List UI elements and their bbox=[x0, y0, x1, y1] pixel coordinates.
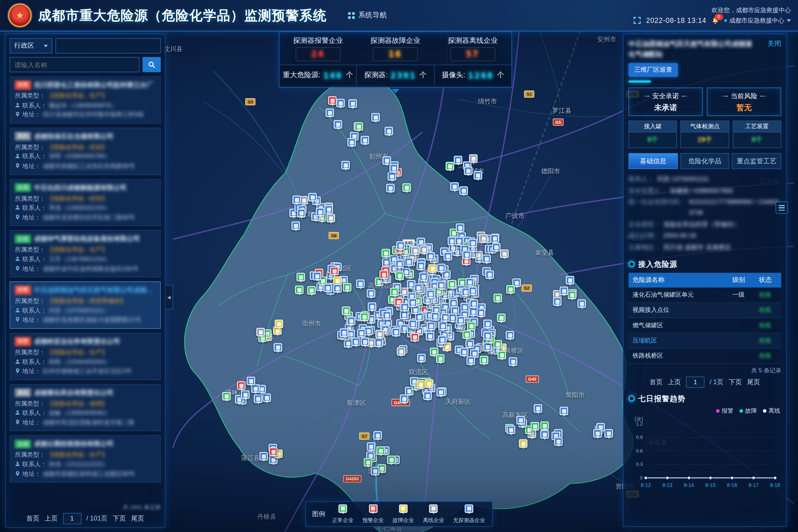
hazard-table-row[interactable]: 压缩机区在线 bbox=[628, 333, 781, 348]
enterprise-marker-blue[interactable] bbox=[426, 290, 435, 298]
page-prev-button[interactable]: 上页 bbox=[45, 514, 58, 523]
close-button[interactable]: 关闭 bbox=[767, 39, 781, 48]
enterprise-marker-blue[interactable] bbox=[390, 164, 398, 173]
enterprise-marker-blue[interactable] bbox=[470, 299, 478, 308]
enterprise-marker-blue[interactable] bbox=[450, 182, 458, 191]
enterprise-marker-blue[interactable] bbox=[437, 281, 446, 289]
enterprise-marker-green[interactable] bbox=[354, 122, 363, 131]
enterprise-marker-blue[interactable] bbox=[396, 241, 405, 250]
enterprise-marker-blue[interactable] bbox=[292, 195, 301, 204]
enterprise-marker-blue[interactable] bbox=[382, 311, 391, 320]
enterprise-marker-yellow[interactable] bbox=[274, 320, 283, 328]
enterprise-marker-blue[interactable] bbox=[367, 442, 375, 451]
enterprise-marker-green[interactable] bbox=[448, 280, 456, 289]
enterprise-marker-blue[interactable] bbox=[441, 313, 450, 321]
page-prev-button[interactable]: 上页 bbox=[668, 377, 681, 386]
enterprise-marker-blue[interactable] bbox=[553, 297, 562, 306]
enterprise-marker-blue[interactable] bbox=[341, 161, 350, 169]
page-first-button[interactable]: 首页 bbox=[649, 377, 663, 386]
enterprise-marker-blue[interactable] bbox=[483, 331, 492, 340]
page-number-input[interactable] bbox=[63, 513, 81, 524]
enterprise-marker-blue[interactable] bbox=[560, 407, 568, 415]
enterprise-marker-red[interactable] bbox=[379, 270, 388, 279]
company-card[interactable]: 离线成都恒信石化仓储有限公司所属类型：【危险化学品 - 经营】联系人：张明（02… bbox=[10, 127, 161, 175]
enterprise-marker-blue[interactable] bbox=[336, 99, 345, 107]
page-next-button[interactable]: 下页 bbox=[113, 514, 126, 523]
enterprise-marker-green[interactable] bbox=[364, 458, 372, 467]
enterprise-marker-green[interactable] bbox=[506, 285, 515, 293]
enterprise-marker-blue[interactable] bbox=[463, 250, 471, 259]
enterprise-marker-blue[interactable] bbox=[436, 388, 445, 396]
enterprise-marker-yellow[interactable] bbox=[425, 379, 433, 388]
enterprise-marker-blue[interactable] bbox=[408, 320, 417, 328]
org-dropdown[interactable]: 成都市应急救援中心 bbox=[724, 16, 791, 24]
enterprise-marker-green[interactable] bbox=[381, 249, 390, 258]
enterprise-marker-blue[interactable] bbox=[540, 430, 549, 439]
enterprise-marker-green[interactable] bbox=[296, 273, 305, 281]
page-first-button[interactable]: 首页 bbox=[26, 514, 40, 523]
right-panel-handle[interactable] bbox=[775, 202, 788, 214]
enterprise-marker-blue[interactable] bbox=[392, 328, 400, 336]
enterprise-marker-red[interactable] bbox=[269, 447, 277, 456]
enterprise-marker-blue[interactable] bbox=[423, 391, 432, 400]
enterprise-marker-blue[interactable] bbox=[347, 317, 355, 325]
enterprise-marker-yellow[interactable] bbox=[417, 380, 425, 389]
enterprise-marker-blue[interactable] bbox=[492, 243, 500, 251]
enterprise-marker-blue[interactable] bbox=[323, 283, 332, 292]
enterprise-marker-blue[interactable] bbox=[361, 337, 369, 346]
left-panel-collapse-handle[interactable]: ◀ bbox=[166, 285, 173, 309]
enterprise-marker-blue[interactable] bbox=[262, 393, 271, 402]
enterprise-marker-blue[interactable] bbox=[313, 272, 321, 280]
page-next-button[interactable]: 下页 bbox=[729, 377, 742, 386]
enterprise-marker-green[interactable] bbox=[307, 286, 316, 294]
tab-重点监管工艺[interactable]: 重点监管工艺 bbox=[732, 153, 781, 169]
enterprise-marker-gray[interactable] bbox=[500, 249, 508, 258]
enterprise-marker-blue[interactable] bbox=[395, 260, 404, 268]
enterprise-marker-green[interactable] bbox=[436, 354, 444, 363]
enterprise-marker-blue[interactable] bbox=[483, 320, 492, 328]
enterprise-marker-gray[interactable] bbox=[327, 214, 335, 222]
enterprise-marker-green[interactable] bbox=[222, 392, 231, 400]
enterprise-marker-blue[interactable] bbox=[404, 258, 413, 266]
enterprise-marker-blue[interactable] bbox=[386, 184, 395, 192]
hazard-table-row[interactable]: 视频接入点位在线 bbox=[628, 303, 781, 318]
hazard-table-row[interactable]: 燃气储罐区在线 bbox=[628, 318, 781, 333]
enterprise-marker-blue[interactable] bbox=[371, 113, 380, 122]
enterprise-marker-green[interactable] bbox=[446, 162, 454, 170]
enterprise-marker-blue[interactable] bbox=[291, 221, 300, 230]
enterprise-marker-green[interactable] bbox=[342, 306, 350, 315]
page-last-button[interactable]: 尾页 bbox=[131, 514, 144, 523]
enterprise-marker-yellow[interactable] bbox=[519, 439, 527, 448]
enterprise-marker-green[interactable] bbox=[402, 183, 411, 192]
enterprise-marker-red[interactable] bbox=[237, 381, 245, 390]
enterprise-marker-blue[interactable] bbox=[516, 416, 525, 424]
enterprise-marker-gray[interactable] bbox=[411, 246, 419, 255]
enterprise-marker-blue[interactable] bbox=[385, 127, 393, 135]
company-card[interactable]: 在线成都华气厚普机电设备股份有限公司所属类型：【危险化学品 - 生产】联系人：王… bbox=[10, 230, 161, 277]
enterprise-marker-gray[interactable] bbox=[420, 245, 428, 254]
enterprise-marker-blue[interactable] bbox=[325, 108, 334, 117]
enterprise-marker-green[interactable] bbox=[568, 291, 576, 299]
enterprise-marker-blue[interactable] bbox=[417, 262, 425, 270]
enterprise-marker-blue[interactable] bbox=[297, 209, 306, 217]
page-last-button[interactable]: 尾页 bbox=[747, 377, 760, 386]
enterprise-marker-blue[interactable] bbox=[414, 283, 423, 292]
enterprise-marker-blue[interactable] bbox=[477, 308, 485, 317]
enterprise-marker-blue[interactable] bbox=[437, 264, 446, 272]
hazard-name[interactable]: 压缩机区 bbox=[628, 333, 728, 348]
enterprise-marker-green[interactable] bbox=[498, 351, 506, 359]
fullscreen-icon[interactable] bbox=[634, 17, 641, 24]
enterprise-marker-blue[interactable] bbox=[468, 239, 477, 247]
enterprise-marker-blue[interactable] bbox=[533, 404, 542, 413]
enterprise-marker-blue[interactable] bbox=[467, 356, 475, 365]
page-number-input[interactable] bbox=[686, 376, 705, 388]
enterprise-marker-blue[interactable] bbox=[246, 376, 255, 385]
enterprise-marker-blue[interactable] bbox=[308, 193, 317, 201]
enterprise-marker-blue[interactable] bbox=[357, 329, 365, 337]
enterprise-marker-blue[interactable] bbox=[340, 328, 348, 337]
enterprise-marker-yellow[interactable] bbox=[428, 264, 437, 273]
enterprise-marker-blue[interactable] bbox=[348, 99, 357, 108]
enterprise-marker-blue[interactable] bbox=[560, 287, 568, 295]
search-button[interactable] bbox=[143, 57, 161, 72]
enterprise-marker-blue[interactable] bbox=[444, 252, 452, 260]
